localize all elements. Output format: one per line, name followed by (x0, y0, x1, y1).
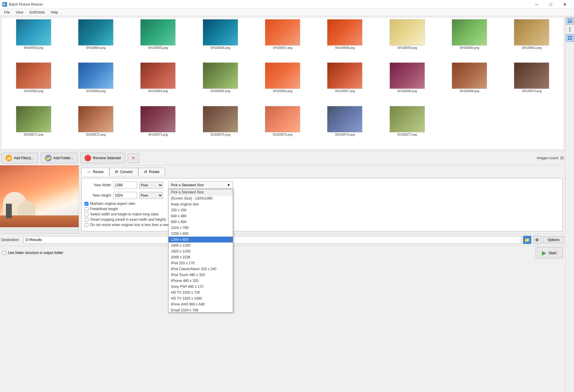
thumbnail-item[interactable]: SH100566.png (252, 62, 313, 104)
menu-help[interactable]: Help (48, 10, 61, 15)
dropdown-item[interactable]: iPhone 480 x 320 (169, 278, 233, 284)
menu-softorbits[interactable]: SoftOrbits (26, 10, 48, 15)
dropdown-item[interactable]: iPod Touch 480 x 320 (169, 272, 233, 278)
dropdown-item[interactable]: 1920 x 1200 (169, 248, 233, 254)
smart-cropping-label: Smart cropping (result in exact width an… (90, 217, 166, 222)
clear-button[interactable]: ✕ (128, 153, 139, 163)
preview-image (0, 165, 79, 227)
add-folder-button[interactable]: 📂 Add Folder... (41, 153, 78, 163)
dropdown-item[interactable]: Keep original size (169, 201, 233, 207)
destination-input[interactable] (24, 236, 521, 244)
thumbnail-item[interactable]: SH100568.png (376, 62, 438, 104)
maximize-button[interactable]: □ (544, 0, 557, 9)
thumbnail-item[interactable]: SH100554.png (65, 19, 126, 61)
thumbnail-item[interactable]: SH100559.png (376, 19, 438, 61)
thumbnail-image (78, 62, 113, 89)
dropdown-item[interactable]: Email 1024 x 768 (169, 307, 233, 313)
folder-structure-row: Use folder structure in output folder (2, 251, 63, 255)
thumbnail-item[interactable]: SH100561.png (501, 19, 563, 61)
standard-size-button[interactable]: Pick a Standard Size ▼ (168, 181, 233, 189)
dropdown-item[interactable]: Sony PSP 480 x 272 (169, 284, 233, 290)
start-button[interactable]: ▶ Start (536, 247, 563, 258)
thumbnail-item[interactable]: SH100565.png (189, 62, 251, 104)
thumbnail-item[interactable]: SH100577.png (376, 105, 438, 148)
dropdown-item[interactable]: 2048 x 1536 (169, 254, 233, 260)
dropdown-item[interactable]: 1600 x 1200 (169, 242, 233, 248)
thumbnail-item[interactable]: SH100562.png (3, 62, 64, 104)
svg-rect-5 (569, 21, 570, 21)
thumbnail-label: SH100570.png (522, 89, 542, 93)
svg-rect-4 (569, 21, 571, 21)
dropdown-item[interactable]: 800 x 600 (169, 219, 233, 225)
thumbnail-item[interactable]: SH100558.png (314, 19, 376, 61)
thumbnail-item[interactable]: SH100553.png (3, 19, 64, 61)
thumbnail-image (78, 106, 113, 132)
thumbnail-item[interactable]: SH100560.png (438, 19, 500, 61)
smart-cropping-checkbox[interactable] (85, 218, 88, 222)
thumbnail-item[interactable]: SH100555.png (127, 19, 189, 61)
tab-resize[interactable]: ↔ Resize (81, 168, 109, 176)
dropdown-item[interactable]: 1200 x 900 (169, 231, 233, 237)
menu-file[interactable]: File (1, 10, 13, 15)
thumbnail-item[interactable]: SH100564.png (127, 62, 189, 104)
menu-view[interactable]: View (13, 10, 26, 15)
preview-area (0, 165, 79, 234)
dropdown-item[interactable]: 320 x 200 (169, 207, 233, 213)
folder-structure-checkbox[interactable] (2, 251, 6, 255)
svg-rect-9 (570, 38, 572, 40)
thumbnail-item[interactable]: SH100571.png (3, 105, 64, 148)
maintain-aspect-label: Maintain original aspect ratio (90, 202, 135, 206)
standard-size-dropdown-list[interactable]: Pick a Standard Size[Screen Size] - 1920… (168, 189, 233, 313)
app-title: Batch Picture Resizer (9, 2, 530, 6)
thumbnail-item[interactable]: SH100572.png (65, 105, 126, 148)
switch-dimensions-label: Switch width and height to match long si… (90, 212, 159, 216)
thumbnail-grid[interactable]: SH100553.png SH100554.png SH100555.png S… (1, 17, 564, 150)
close-button[interactable]: ✕ (558, 0, 572, 9)
remove-selected-button[interactable]: 🚫 Remove Selected (80, 153, 125, 163)
thumbnail-item[interactable]: SH100573.png (127, 105, 189, 148)
thumbnail-image (390, 19, 425, 46)
dot-1 (569, 27, 570, 28)
width-unit-select[interactable]: Pixel Percent (139, 182, 163, 189)
add-files-button[interactable]: 📁 Add File(s)... (1, 153, 38, 163)
clear-icon: ✕ (131, 155, 135, 161)
dropdown-item[interactable]: 640 x 480 (169, 213, 233, 219)
width-input[interactable] (113, 182, 137, 189)
dropdown-item[interactable]: 1280 x 800 (169, 237, 233, 242)
options-button[interactable]: Options (543, 236, 564, 243)
window-controls: ─ □ ✕ (530, 0, 572, 9)
no-resize-checkbox[interactable] (85, 223, 88, 227)
dropdown-item[interactable]: iPod Classic/Nano 320 x 240 (169, 266, 233, 272)
height-label: New Height (85, 193, 111, 197)
thumbnail-item[interactable]: SH100556.png (189, 19, 251, 61)
thumbnail-item[interactable]: SH100569.png (438, 62, 500, 104)
profile-view-button[interactable] (566, 17, 574, 25)
dropdown-item[interactable]: [Screen Size] - 1920x1080 (169, 195, 233, 201)
dropdown-item[interactable]: HD TV 1920 x 720 (169, 290, 233, 295)
grid-view-button[interactable] (566, 34, 574, 42)
thumbnail-item[interactable]: SH100574.png (189, 105, 251, 148)
dropdown-item[interactable]: iPod 220 x 176 (169, 260, 233, 266)
destination-settings-button[interactable]: ⚙ (533, 236, 541, 244)
destination-browse-button[interactable]: 📁 (523, 236, 531, 244)
dropdown-item[interactable]: 1024 x 768 (169, 225, 233, 231)
thumbnail-item[interactable]: SH100576.png (314, 105, 376, 148)
switch-dimensions-checkbox[interactable] (85, 212, 88, 216)
switch-dimensions-row: Switch width and height to match long si… (85, 212, 560, 216)
thumbnail-item[interactable]: SH100570.png (501, 62, 563, 104)
svg-text:B: B (3, 3, 5, 6)
height-input[interactable] (113, 192, 137, 199)
tab-rotate[interactable]: ↺ Rotate (138, 168, 165, 176)
thumbnail-item[interactable]: SH100567.png (314, 62, 376, 104)
minimize-button[interactable]: ─ (530, 0, 543, 9)
maintain-aspect-checkbox[interactable] (85, 202, 88, 206)
dropdown-item[interactable]: iPone 4/4S 960 x 640 (169, 301, 233, 307)
dropdown-item[interactable]: HD TV 1920 x 1080 (169, 295, 233, 301)
thumbnail-item[interactable]: SH100575.png (252, 105, 313, 148)
height-unit-select[interactable]: Pixel Percent (139, 192, 163, 199)
tab-convert[interactable]: ⟳ Convert (109, 168, 138, 176)
predefined-height-checkbox[interactable] (85, 207, 88, 211)
thumbnail-item[interactable]: SH100563.png (65, 62, 126, 104)
thumbnail-item[interactable]: SH100557.png (252, 19, 313, 61)
remove-icon: 🚫 (85, 155, 91, 161)
